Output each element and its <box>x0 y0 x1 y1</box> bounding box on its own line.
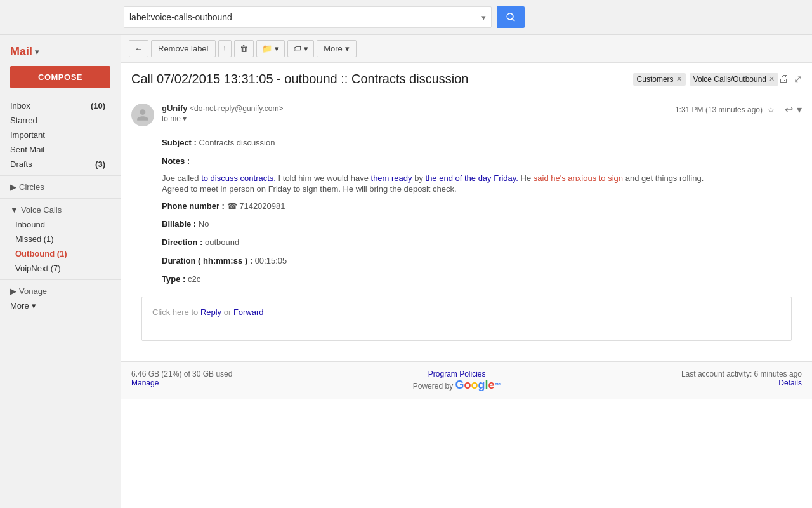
more-button[interactable]: More ▾ <box>317 40 357 57</box>
label-customers: Customers ✕ <box>633 73 686 86</box>
label-voice-calls-remove[interactable]: ✕ <box>769 75 775 83</box>
subject-field-row: Subject : Contracts discussion <box>162 137 802 150</box>
separator-2 <box>0 198 121 199</box>
phone-field-label: Phone number : <box>162 201 225 211</box>
email-labels: Customers ✕ Voice Calls/Outbound ✕ <box>633 73 778 86</box>
sidebar-item-starred[interactable]: Starred <box>0 113 115 128</box>
compose-button[interactable]: COMPOSE <box>10 66 110 88</box>
more-actions-button[interactable]: ▾ <box>797 104 802 116</box>
notes-field-label: Notes : <box>162 156 190 166</box>
sender-info: gUnify <do-not-reply@gunify.com> to me ▾ <box>162 104 675 123</box>
delete-button[interactable]: 🗑 <box>234 40 254 57</box>
more-arrow-icon: ▾ <box>32 301 36 311</box>
vonage-expand-icon: ▶ <box>10 286 16 296</box>
label-customers-remove[interactable]: ✕ <box>676 75 682 83</box>
main-layout: Mail ▾ COMPOSE Inbox (10) Starred Import… <box>0 35 812 508</box>
outbound-label: Outbound (1) <box>15 249 67 258</box>
footer-center: Program Policies Powered by Google™ <box>413 370 501 392</box>
voice-calls-label: Voice Calls <box>21 205 62 215</box>
search-dropdown-arrow[interactable]: ▾ <box>476 13 491 22</box>
more-text: More <box>324 44 343 53</box>
label-voice-calls-text: Voice Calls/Outbound <box>693 75 766 84</box>
to-line: to me ▾ <box>162 114 675 123</box>
footer-left: 6.46 GB (21%) of 30 GB used Manage <box>131 370 232 392</box>
message-actions: ↩ ▾ <box>785 104 802 116</box>
back-button[interactable]: ← <box>129 40 148 57</box>
sidebar-item-sent[interactable]: Sent Mail <box>0 142 115 157</box>
forward-link[interactable]: Forward <box>233 307 264 317</box>
vonage-label: Vonage <box>19 286 47 296</box>
google-logo: Google™ <box>455 378 501 392</box>
type-field-label: Type : <box>162 274 185 284</box>
reply-link[interactable]: Reply <box>200 307 221 317</box>
email-header-icons: 🖨 ⤢ <box>778 73 802 85</box>
direction-field-row: Direction : outbound <box>162 236 802 250</box>
star-icon[interactable]: ☆ <box>768 105 775 114</box>
sidebar-item-inbound[interactable]: Inbound <box>0 217 121 232</box>
duration-field-value: 00:15:05 <box>255 256 287 265</box>
time-text: 1:31 PM (13 minutes ago) <box>675 105 763 114</box>
starred-label: Starred <box>10 116 37 125</box>
sidebar-item-outbound[interactable]: Outbound (1) <box>0 246 121 261</box>
sidebar-item-more[interactable]: More ▾ <box>0 298 115 313</box>
circles-section[interactable]: ▶ Circles <box>0 180 121 194</box>
sender-name: gUnify <box>162 104 187 113</box>
or-text: or <box>221 307 233 317</box>
report-button[interactable]: ! <box>218 40 232 57</box>
reply-area[interactable]: Click here to Reply or Forward <box>141 297 792 341</box>
search-button[interactable] <box>497 6 525 28</box>
sidebar-item-drafts[interactable]: Drafts (3) <box>0 157 115 171</box>
to-text: to me <box>162 114 181 123</box>
expand-icon[interactable]: ⤢ <box>794 73 802 85</box>
email-subject: Call 07/02/2015 13:31:05 - outbound :: C… <box>131 72 633 86</box>
drafts-label: Drafts <box>10 159 32 169</box>
more-label: More <box>10 301 29 311</box>
last-activity-text: Last account activity: 6 minutes ago <box>681 370 802 378</box>
top-bar: ▾ <box>0 0 812 35</box>
duration-field-label: Duration ( hh:mm:ss ) : <box>162 256 252 265</box>
duration-field-row: Duration ( hh:mm:ss ) : 00:15:05 <box>162 255 802 268</box>
important-label: Important <box>10 130 45 140</box>
program-policies-link[interactable]: Program Policies <box>428 370 486 378</box>
sidebar-item-inbox[interactable]: Inbox (10) <box>0 98 115 113</box>
footer: 6.46 GB (21%) of 30 GB used Manage Progr… <box>121 361 812 399</box>
avatar-icon <box>136 108 150 122</box>
to-dropdown[interactable]: ▾ <box>183 114 187 123</box>
print-icon[interactable]: 🖨 <box>778 73 789 85</box>
content-area: ← Remove label ! 🗑 📁 ▾ 🏷 ▾ More ▾ <box>121 35 812 508</box>
billable-field-row: Billable : No <box>162 218 802 231</box>
notes-text-2: Agreed to meet in person on Friday to si… <box>162 184 802 194</box>
details-link[interactable]: Details <box>778 378 802 387</box>
manage-link[interactable]: Manage <box>131 378 159 387</box>
message-header: gUnify <do-not-reply@gunify.com> to me ▾… <box>131 104 802 126</box>
vonage-section[interactable]: ▶ Vonage <box>0 284 121 298</box>
remove-label-button[interactable]: Remove label <box>151 40 216 57</box>
billable-field-label: Billable : <box>162 219 196 229</box>
subject-field-label: Subject : <box>162 138 197 147</box>
billable-field-value: No <box>199 219 209 229</box>
sidebar: Mail ▾ COMPOSE Inbox (10) Starred Import… <box>0 35 121 508</box>
message-body: Subject : Contracts discussion Notes : J… <box>131 137 802 286</box>
sidebar-item-important[interactable]: Important <box>0 128 115 142</box>
message-time: 1:31 PM (13 minutes ago) ☆ ↩ ▾ <box>675 104 802 116</box>
direction-field-label: Direction : <box>162 237 202 247</box>
sender-email: <do-not-reply@gunify.com> <box>190 104 283 113</box>
mail-dropdown-arrow: ▾ <box>35 48 39 57</box>
sidebar-item-missed[interactable]: Missed (1) <box>0 232 121 246</box>
email-message: gUnify <do-not-reply@gunify.com> to me ▾… <box>121 93 812 361</box>
email-header: Call 07/02/2015 13:31:05 - outbound :: C… <box>121 63 812 93</box>
voice-calls-section[interactable]: ▼ Voice Calls <box>0 203 121 217</box>
mail-label[interactable]: Mail ▾ <box>0 40 121 64</box>
label-voice-calls: Voice Calls/Outbound ✕ <box>690 73 778 86</box>
storage-text: 6.46 GB (21%) of 30 GB used <box>131 370 232 378</box>
label-icon: 🏷 <box>293 44 301 53</box>
search-input[interactable] <box>124 7 476 27</box>
back-icon: ← <box>134 44 143 53</box>
sidebar-item-voipnext[interactable]: VoipNext (7) <box>0 261 121 276</box>
move-to-button[interactable]: 📁 ▾ <box>256 40 285 57</box>
label-button[interactable]: 🏷 ▾ <box>287 40 314 57</box>
type-field-value: c2c <box>188 274 200 284</box>
reply-button[interactable]: ↩ <box>785 104 793 116</box>
label-customers-text: Customers <box>637 75 674 84</box>
footer-right: Last account activity: 6 minutes ago Det… <box>681 370 802 392</box>
